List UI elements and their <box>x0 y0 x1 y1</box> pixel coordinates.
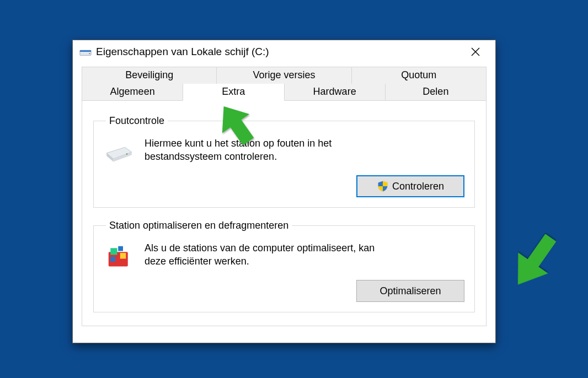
controleren-button[interactable]: Controleren <box>356 175 464 197</box>
tabs: Beveiliging Vorige versies Quotum Algeme… <box>82 67 487 101</box>
window-title: Eigenschappen van Lokale schijf (C:) <box>96 46 462 58</box>
tab-content-extra: Foutcontrole Hiermee kunt u het station … <box>82 101 487 326</box>
svg-rect-1 <box>80 50 91 52</box>
optimaliseren-button[interactable]: Optimaliseren <box>356 280 464 302</box>
group-optimaliseren-text: Als u de stations van de computer optima… <box>145 241 398 268</box>
titlebar: Eigenschappen van Lokale schijf (C:) <box>73 40 495 63</box>
tab-delen[interactable]: Delen <box>385 84 487 101</box>
defrag-icon <box>104 241 135 272</box>
tab-vorige-versies[interactable]: Vorige versies <box>216 67 351 84</box>
tab-beveiliging[interactable]: Beveiliging <box>82 67 217 84</box>
tab-hardware[interactable]: Hardware <box>284 84 386 101</box>
optimaliseren-button-label: Optimaliseren <box>379 285 441 297</box>
annotation-arrow-optimaliseren <box>496 215 579 298</box>
drive-icon <box>79 46 92 58</box>
close-icon <box>471 47 480 56</box>
svg-rect-10 <box>110 248 117 255</box>
properties-dialog: Eigenschappen van Lokale schijf (C:) Bev… <box>72 40 496 343</box>
tab-algemeen[interactable]: Algemeen <box>82 84 183 101</box>
group-optimaliseren: Station optimaliseren en defragmenteren … <box>93 220 475 312</box>
group-optimaliseren-legend: Station optimaliseren en defragmenteren <box>106 220 292 231</box>
controleren-button-label: Controleren <box>392 181 444 192</box>
tab-extra[interactable]: Extra <box>183 84 284 101</box>
svg-point-8 <box>126 153 128 155</box>
group-foutcontrole: Foutcontrole Hiermee kunt u het station … <box>93 115 475 208</box>
svg-rect-13 <box>110 257 115 262</box>
group-foutcontrole-text: Hiermee kunt u het station op fouten in … <box>145 137 354 164</box>
close-button[interactable] <box>462 42 489 62</box>
svg-point-2 <box>89 53 90 54</box>
shield-icon <box>377 180 389 192</box>
svg-rect-11 <box>118 246 123 251</box>
tab-quotum[interactable]: Quotum <box>351 67 487 84</box>
group-foutcontrole-legend: Foutcontrole <box>106 115 168 127</box>
svg-rect-12 <box>120 253 126 259</box>
svg-marker-18 <box>503 252 548 295</box>
svg-rect-17 <box>526 234 556 269</box>
disk-icon <box>104 137 135 168</box>
